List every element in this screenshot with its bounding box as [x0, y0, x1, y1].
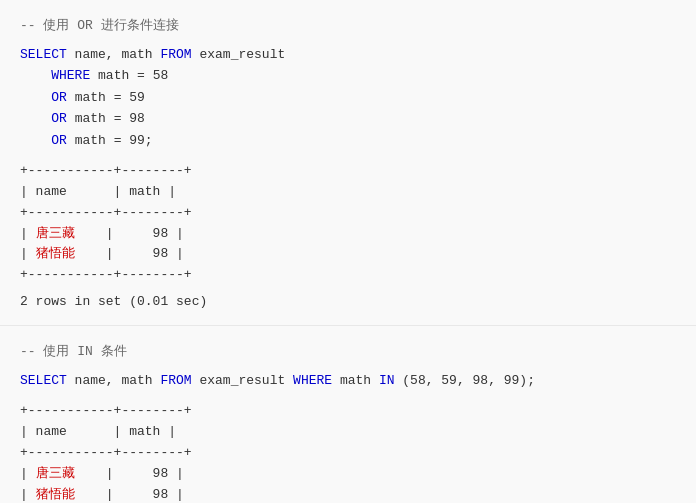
- in-table-border-top: +-----------+--------+: [20, 401, 676, 422]
- or-result: 2 rows in set (0.01 sec): [20, 294, 676, 309]
- in-code-block: SELECT name, math FROM exam_result WHERE…: [20, 370, 676, 391]
- in-comment: -- 使用 IN 条件: [20, 342, 676, 360]
- or-table-row-1: | 唐三藏 | 98 |: [20, 224, 676, 245]
- or-code-line-4: OR math = 98: [20, 108, 676, 129]
- section-or: -- 使用 OR 进行条件连接 SELECT name, math FROM e…: [0, 0, 696, 326]
- in-table-row-2: | 猪悟能 | 98 |: [20, 485, 676, 503]
- or-table-border-mid: +-----------+--------+: [20, 203, 676, 224]
- or-comment: -- 使用 OR 进行条件连接: [20, 16, 676, 34]
- or-code-line-1: SELECT name, math FROM exam_result: [20, 44, 676, 65]
- in-table-row-1: | 唐三藏 | 98 |: [20, 464, 676, 485]
- or-code-line-5: OR math = 99;: [20, 130, 676, 151]
- or-code-line-3: OR math = 59: [20, 87, 676, 108]
- or-code-line-2: WHERE math = 58: [20, 65, 676, 86]
- in-code-line-1: SELECT name, math FROM exam_result WHERE…: [20, 370, 676, 391]
- or-code-block: SELECT name, math FROM exam_result WHERE…: [20, 44, 676, 151]
- in-table-border-mid: +-----------+--------+: [20, 443, 676, 464]
- section-in: -- 使用 IN 条件 SELECT name, math FROM exam_…: [0, 326, 696, 503]
- or-table: +-----------+--------+ | name | math | +…: [20, 161, 676, 286]
- or-table-border-top: +-----------+--------+: [20, 161, 676, 182]
- or-table-header: | name | math |: [20, 182, 676, 203]
- or-table-border-bot: +-----------+--------+: [20, 265, 676, 286]
- in-table: +-----------+--------+ | name | math | +…: [20, 401, 676, 503]
- in-table-header: | name | math |: [20, 422, 676, 443]
- or-table-row-2: | 猪悟能 | 98 |: [20, 244, 676, 265]
